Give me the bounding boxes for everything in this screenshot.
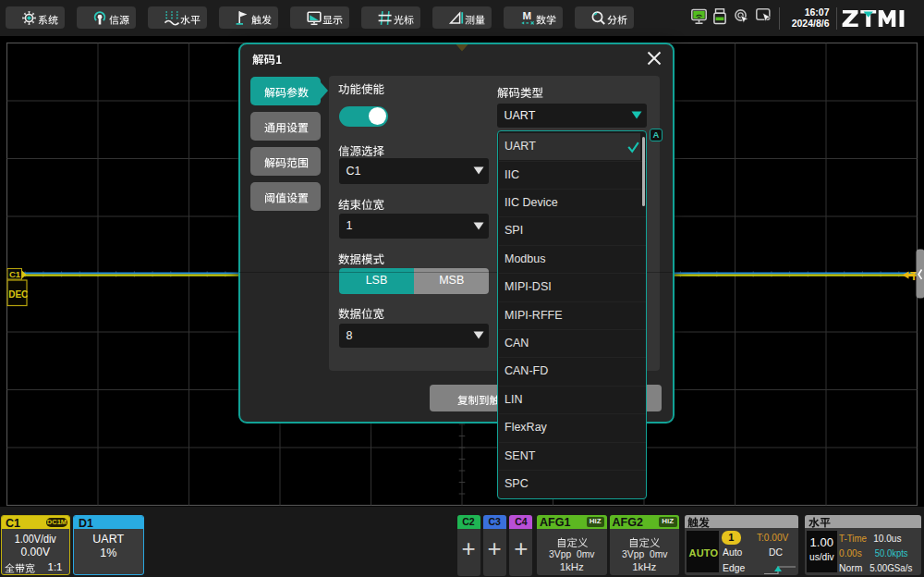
- svg-text:DEC: DEC: [8, 289, 28, 300]
- svg-text:C1: C1: [9, 269, 21, 279]
